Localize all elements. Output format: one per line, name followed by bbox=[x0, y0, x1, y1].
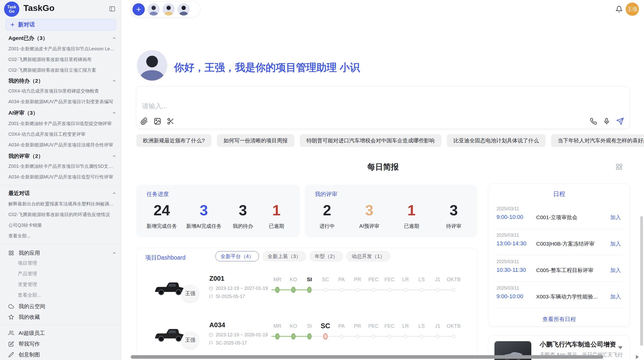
chat-item[interactable]: Z001-全新燃油轻卡产品开发项目SI节点属性5D文件评审 bbox=[8, 163, 116, 170]
suggestion-chip[interactable]: 比亚迪全固态电池计划具体说了什么 bbox=[447, 134, 546, 147]
star-icon bbox=[8, 314, 14, 320]
tab-platform[interactable]: 全新平台（4） bbox=[215, 251, 259, 261]
image-icon[interactable] bbox=[154, 117, 161, 125]
chat-item[interactable]: 解释最新出台的欧盟报废车法规再生塑料比例被调至15%... bbox=[8, 200, 116, 207]
pen-icon bbox=[8, 352, 14, 357]
sidebar-item-help-write[interactable]: 帮我写作 bbox=[8, 340, 116, 348]
chat-input[interactable]: 请输入... bbox=[142, 102, 167, 111]
attachment-icon[interactable] bbox=[140, 117, 148, 125]
schedule-time: 13:00-14:30 bbox=[496, 240, 526, 247]
chat-item[interactable]: C0X4-动力总成开发项目SI里程碑提交物检查 bbox=[8, 87, 116, 95]
app-item[interactable]: 项目管理 bbox=[18, 260, 116, 267]
schedule-date: 2025/03/11 bbox=[496, 259, 519, 264]
join-button[interactable]: 加入 bbox=[610, 214, 621, 221]
suggestion-chip[interactable]: 如何写一份清晰的项目周报 bbox=[217, 134, 294, 147]
sidebar-collapse-icon[interactable] bbox=[109, 6, 115, 12]
chat-item[interactable]: C02-飞腾新能源轻客改款项目的闭环通告反馈情况 bbox=[8, 211, 116, 218]
chat-item[interactable]: C02-飞腾新能源轻客改款项目里程碑画布 bbox=[8, 56, 116, 63]
tab-powertrain[interactable]: 动总开发（1） bbox=[346, 251, 390, 261]
app-item[interactable]: 变更管理 bbox=[18, 281, 116, 288]
chevron-up-icon[interactable] bbox=[112, 154, 116, 158]
cloud-icon bbox=[8, 304, 14, 309]
project-flag-date: SI-2025-05-17 bbox=[209, 294, 245, 299]
send-icon[interactable] bbox=[616, 117, 624, 125]
view-all-schedule[interactable]: 查看所有日程 bbox=[488, 316, 630, 323]
chat-item[interactable]: C02-飞腾新能源轻客改款项目立项汇报方案 bbox=[8, 67, 116, 74]
milestone-node bbox=[291, 287, 296, 293]
card-title: 我的评审 bbox=[315, 190, 466, 198]
project-code: Z001 bbox=[209, 275, 224, 282]
project-car-image bbox=[153, 320, 187, 350]
sidebar-item-my-cloud[interactable]: 我的云空间 bbox=[8, 303, 116, 310]
chat-item[interactable]: A034-全新新能源MUV产品开发项目计划变更表编写 bbox=[8, 98, 116, 105]
suggestion-chip[interactable]: 特朗普可能对进口汽车增税会对中国车企造成哪些影响 bbox=[300, 134, 441, 147]
grid-icon bbox=[8, 250, 14, 256]
chevron-up-icon[interactable] bbox=[112, 79, 116, 83]
milestone-node bbox=[307, 333, 312, 339]
plus-icon bbox=[136, 6, 142, 12]
vertical-scrollbar[interactable] bbox=[640, 216, 643, 346]
milestone-node bbox=[356, 335, 359, 338]
milestone-timeline: MRKOSISCPAPRPECFECLRLSJ1OKTB bbox=[269, 322, 462, 342]
scissors-icon[interactable] bbox=[167, 117, 174, 125]
join-button[interactable]: 加入 bbox=[610, 240, 621, 247]
milestone-label: FEC bbox=[382, 322, 398, 330]
agent-avatar-3[interactable] bbox=[178, 3, 190, 16]
horizontal-scrollbar[interactable] bbox=[131, 355, 603, 359]
divider bbox=[496, 308, 622, 308]
edit-icon bbox=[8, 341, 14, 347]
chat-item[interactable]: A034-全新新能源MUV产品开发项目造型可行性评审 bbox=[8, 173, 116, 181]
project-row[interactable]: 王强 Z001 2023-12-19 ~ 2027-01-19 SI-2025-… bbox=[137, 274, 477, 312]
users-icon bbox=[8, 330, 14, 336]
sidebar-item-ai-staff[interactable]: AI超级员工 bbox=[8, 329, 116, 337]
new-chat-button[interactable]: 新对话 bbox=[6, 19, 116, 31]
tab-superstructure[interactable]: 全新上装（3） bbox=[262, 251, 306, 261]
suggestion-chips: 欧洲新规最近颁布了什么? 如何写一份清晰的项目周报 特朗普可能对进口汽车增税会对… bbox=[136, 134, 630, 147]
agent-avatar-1[interactable] bbox=[148, 3, 160, 16]
sidebar-item-my-favorites[interactable]: 我的收藏 bbox=[8, 313, 116, 321]
scroll-down-arrow[interactable] bbox=[618, 346, 623, 349]
agent-avatar-2[interactable] bbox=[163, 3, 175, 16]
view-all-apps[interactable]: 查看全部... bbox=[18, 292, 116, 299]
chevron-up-icon[interactable] bbox=[112, 111, 116, 115]
milestone-label: KO bbox=[285, 276, 301, 283]
suggestion-chip[interactable]: 当下年轻人对汽车外观有怎样的喜好趋势 bbox=[551, 134, 644, 147]
chevron-up-icon[interactable] bbox=[112, 251, 116, 255]
join-button[interactable]: 加入 bbox=[610, 293, 621, 300]
schedule-date: 2025/03/11 bbox=[496, 206, 519, 212]
schedule-event: X003-车辆动力学性能验... bbox=[536, 293, 598, 300]
chat-item[interactable]: C0X4-动力总成开发项目工程变更评审 bbox=[8, 131, 116, 138]
milestone-timeline: MRKOSISCPAPRPECFECLRLSJ1OKTB bbox=[269, 276, 462, 295]
chat-item[interactable]: A034-全新新能源MUV产品开发项目法规符合性评审 bbox=[8, 141, 116, 148]
section-agent-done[interactable]: Agent已办（3） bbox=[8, 35, 116, 42]
phone-call-icon[interactable] bbox=[590, 118, 597, 125]
user-avatar[interactable]: 王强 bbox=[626, 3, 639, 16]
milestone-label: PA bbox=[333, 322, 349, 330]
section-my-todo[interactable]: 我的待办（2） bbox=[8, 77, 116, 84]
microphone-icon[interactable] bbox=[603, 118, 610, 125]
app-item[interactable]: 产品管理 bbox=[18, 270, 116, 277]
milestone-label: PA bbox=[333, 276, 349, 283]
sidebar-item-creative-draw[interactable]: 创意制图 bbox=[8, 351, 116, 358]
sidebar-item-my-apps[interactable]: 我的应用 bbox=[8, 249, 116, 257]
section-recent-chats[interactable]: 最近对话 bbox=[8, 190, 116, 197]
task-progress-card: 任务进度 24新增完成任务 3新增AI完成任务 3我的待办 1已逾期 bbox=[136, 185, 300, 237]
divider bbox=[496, 229, 622, 229]
tab-year-model[interactable]: 年型（2） bbox=[310, 251, 343, 261]
project-owner-badge: 王强 bbox=[182, 285, 199, 302]
add-agent-button[interactable] bbox=[133, 3, 145, 16]
notifications-bell-icon[interactable] bbox=[616, 6, 623, 13]
join-button[interactable]: 加入 bbox=[610, 267, 621, 274]
chat-item[interactable]: 公司Q3轻卡销量 bbox=[8, 222, 116, 229]
chat-item[interactable]: Z001-全新燃油轻卡产品开发项目SI造型提交物评审 bbox=[8, 120, 116, 127]
layout-grid-icon[interactable] bbox=[616, 163, 623, 170]
chevron-up-icon[interactable] bbox=[112, 191, 116, 196]
section-ai-review[interactable]: AI评审（3） bbox=[8, 109, 116, 116]
new-chat-label: 新对话 bbox=[18, 21, 35, 28]
suggestion-chip[interactable]: 欧洲新规最近颁布了什么? bbox=[136, 134, 211, 147]
view-all-chats[interactable]: 查看全部... bbox=[8, 232, 116, 239]
section-my-review[interactable]: 我的评审（2） bbox=[8, 153, 116, 160]
chevron-up-icon[interactable] bbox=[112, 36, 116, 40]
scroll-right-arrow[interactable] bbox=[636, 355, 639, 359]
chat-item[interactable]: Z001-全新燃油皮卡产品开发项目SI节点Lesson Learn报告 bbox=[8, 45, 116, 52]
